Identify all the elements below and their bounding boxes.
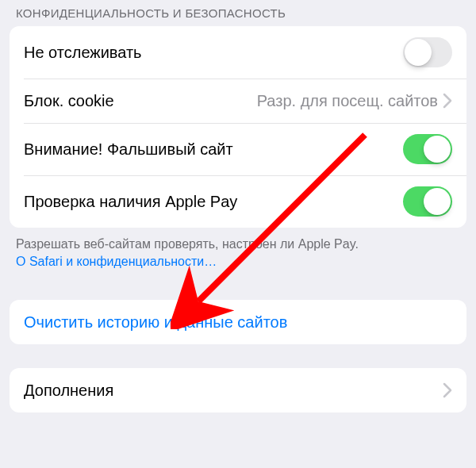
toggle-do-not-track[interactable] <box>403 37 452 67</box>
settings-group-privacy: Не отслеживать Блок. cookie Разр. для по… <box>10 26 466 228</box>
row-label: Внимание! Фальшивый сайт <box>24 140 403 159</box>
privacy-link[interactable]: О Safari и конфиденциальности… <box>16 255 217 268</box>
section-header-privacy: КОНФИДЕНЦИАЛЬНОСТЬ И БЕЗОПАСНОСТЬ <box>0 0 476 26</box>
row-label: Дополнения <box>24 382 443 400</box>
settings-group-clear: Очистить историю и данные сайтов <box>10 300 466 344</box>
row-fraud-warning[interactable]: Внимание! Фальшивый сайт <box>10 123 466 175</box>
row-apple-pay-check[interactable]: Проверка наличия Apple Pay <box>10 175 466 228</box>
settings-group-addons: Дополнения <box>10 368 466 412</box>
clear-history-button[interactable]: Очистить историю и данные сайтов <box>10 300 466 344</box>
row-addons[interactable]: Дополнения <box>10 368 466 412</box>
chevron-right-icon <box>443 93 452 109</box>
toggle-fraud-warning[interactable] <box>403 134 452 164</box>
row-label: Очистить историю и данные сайтов <box>24 313 287 332</box>
row-label: Проверка наличия Apple Pay <box>24 193 403 211</box>
row-label: Не отслеживать <box>24 44 403 62</box>
row-do-not-track[interactable]: Не отслеживать <box>10 26 466 79</box>
toggle-apple-pay-check[interactable] <box>403 186 452 217</box>
row-label: Блок. cookie <box>24 92 257 110</box>
footer-text: Разрешать веб-сайтам проверять, настроен… <box>16 237 359 251</box>
chevron-right-icon <box>443 382 452 398</box>
section-footer: Разрешать веб-сайтам проверять, настроен… <box>0 228 476 276</box>
row-value: Разр. для посещ. сайтов <box>257 92 438 110</box>
row-block-cookies[interactable]: Блок. cookie Разр. для посещ. сайтов <box>10 79 466 123</box>
